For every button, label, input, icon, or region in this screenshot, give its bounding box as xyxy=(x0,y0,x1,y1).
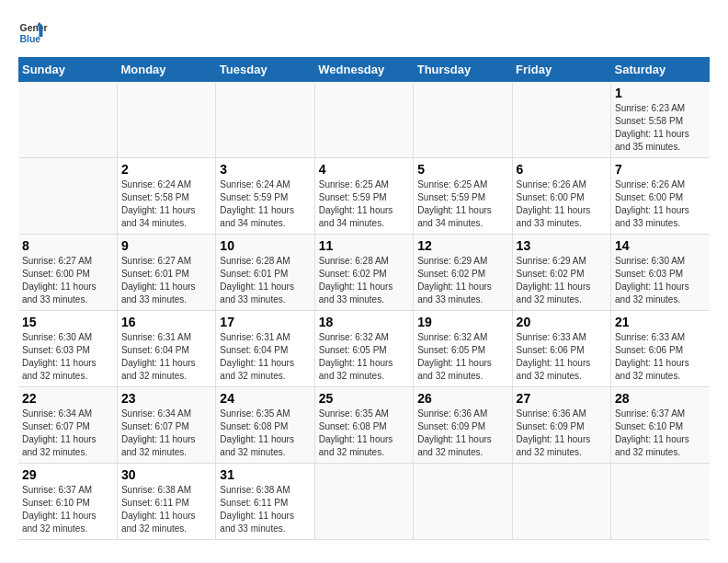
day-info: Sunrise: 6:37 AMSunset: 6:10 PMDaylight:… xyxy=(615,408,689,457)
svg-text:General: General xyxy=(20,23,48,33)
calendar-table: SundayMondayTuesdayWednesdayThursdayFrid… xyxy=(18,57,710,540)
calendar-day-13: 13Sunrise: 6:29 AMSunset: 6:02 PMDayligh… xyxy=(512,235,610,311)
svg-text:Blue: Blue xyxy=(20,34,41,44)
day-number: 16 xyxy=(121,315,211,329)
calendar-day-2: 2Sunrise: 6:24 AMSunset: 5:58 PMDaylight… xyxy=(117,158,215,235)
calendar-day-4: 4Sunrise: 6:25 AMSunset: 5:59 PMDaylight… xyxy=(314,158,413,235)
day-number: 12 xyxy=(417,238,507,253)
day-info: Sunrise: 6:25 AMSunset: 5:59 PMDaylight:… xyxy=(319,179,393,228)
day-info: Sunrise: 6:30 AMSunset: 6:03 PMDaylight:… xyxy=(22,332,97,381)
calendar-week-6: 29Sunrise: 6:37 AMSunset: 6:10 PMDayligh… xyxy=(18,464,710,540)
day-info: Sunrise: 6:28 AMSunset: 6:01 PMDaylight:… xyxy=(220,256,294,304)
calendar-week-1: 1Sunrise: 6:23 AMSunset: 5:58 PMDaylight… xyxy=(18,82,710,158)
day-number: 23 xyxy=(121,391,211,406)
col-header-sunday: Sunday xyxy=(18,57,117,82)
day-info: Sunrise: 6:27 AMSunset: 6:00 PMDaylight:… xyxy=(22,256,97,304)
calendar-day-21: 21Sunrise: 6:33 AMSunset: 6:06 PMDayligh… xyxy=(611,311,710,387)
calendar-day-11: 11Sunrise: 6:28 AMSunset: 6:02 PMDayligh… xyxy=(314,235,413,311)
day-number: 22 xyxy=(22,391,113,406)
empty-cell xyxy=(414,464,512,540)
day-number: 4 xyxy=(319,162,409,177)
calendar-day-1: 1Sunrise: 6:23 AMSunset: 5:58 PMDaylight… xyxy=(611,82,710,158)
day-info: Sunrise: 6:32 AMSunset: 6:05 PMDaylight:… xyxy=(417,332,492,381)
day-info: Sunrise: 6:35 AMSunset: 6:08 PMDaylight:… xyxy=(319,408,393,457)
calendar-day-15: 15Sunrise: 6:30 AMSunset: 6:03 PMDayligh… xyxy=(18,311,117,387)
day-info: Sunrise: 6:27 AMSunset: 6:01 PMDaylight:… xyxy=(121,256,196,304)
day-info: Sunrise: 6:26 AMSunset: 6:00 PMDaylight:… xyxy=(517,179,591,228)
calendar-day-25: 25Sunrise: 6:35 AMSunset: 6:08 PMDayligh… xyxy=(314,387,413,464)
col-header-saturday: Saturday xyxy=(611,57,710,82)
day-number: 5 xyxy=(417,162,507,177)
day-info: Sunrise: 6:31 AMSunset: 6:04 PMDaylight:… xyxy=(121,332,196,381)
day-info: Sunrise: 6:24 AMSunset: 5:58 PMDaylight:… xyxy=(121,179,196,228)
day-number: 10 xyxy=(220,238,310,253)
calendar-day-3: 3Sunrise: 6:24 AMSunset: 5:59 PMDaylight… xyxy=(216,158,314,235)
empty-cell xyxy=(18,158,117,235)
day-number: 28 xyxy=(615,391,706,406)
header-row: SundayMondayTuesdayWednesdayThursdayFrid… xyxy=(18,57,710,82)
day-number: 1 xyxy=(615,86,706,100)
calendar-day-27: 27Sunrise: 6:36 AMSunset: 6:09 PMDayligh… xyxy=(512,387,610,464)
day-number: 2 xyxy=(121,162,211,177)
calendar-day-10: 10Sunrise: 6:28 AMSunset: 6:01 PMDayligh… xyxy=(216,235,314,311)
calendar-day-30: 30Sunrise: 6:38 AMSunset: 6:11 PMDayligh… xyxy=(117,464,215,540)
day-number: 8 xyxy=(22,238,113,253)
day-number: 27 xyxy=(517,391,607,406)
calendar-day-7: 7Sunrise: 6:26 AMSunset: 6:00 PMDaylight… xyxy=(611,158,710,235)
day-number: 13 xyxy=(517,238,607,253)
logo-icon: General Blue xyxy=(18,18,48,48)
day-info: Sunrise: 6:29 AMSunset: 6:02 PMDaylight:… xyxy=(417,256,492,304)
calendar-day-14: 14Sunrise: 6:30 AMSunset: 6:03 PMDayligh… xyxy=(611,235,710,311)
day-number: 31 xyxy=(220,467,310,482)
calendar-day-19: 19Sunrise: 6:32 AMSunset: 6:05 PMDayligh… xyxy=(414,311,512,387)
calendar-week-2: 2Sunrise: 6:24 AMSunset: 5:58 PMDaylight… xyxy=(18,158,710,235)
day-info: Sunrise: 6:31 AMSunset: 6:04 PMDaylight:… xyxy=(220,332,294,381)
day-number: 30 xyxy=(121,467,211,482)
day-info: Sunrise: 6:38 AMSunset: 6:11 PMDaylight:… xyxy=(220,485,294,534)
col-header-tuesday: Tuesday xyxy=(216,57,314,82)
calendar-day-18: 18Sunrise: 6:32 AMSunset: 6:05 PMDayligh… xyxy=(314,311,413,387)
day-info: Sunrise: 6:23 AMSunset: 5:58 PMDaylight:… xyxy=(615,103,689,152)
col-header-friday: Friday xyxy=(512,57,610,82)
calendar-day-9: 9Sunrise: 6:27 AMSunset: 6:01 PMDaylight… xyxy=(117,235,215,311)
day-info: Sunrise: 6:30 AMSunset: 6:03 PMDaylight:… xyxy=(615,256,689,304)
calendar-week-4: 15Sunrise: 6:30 AMSunset: 6:03 PMDayligh… xyxy=(18,311,710,387)
day-number: 15 xyxy=(22,315,113,329)
empty-cell xyxy=(611,464,710,540)
col-header-monday: Monday xyxy=(117,57,215,82)
day-info: Sunrise: 6:28 AMSunset: 6:02 PMDaylight:… xyxy=(319,256,393,304)
empty-cell xyxy=(414,82,512,158)
calendar-day-26: 26Sunrise: 6:36 AMSunset: 6:09 PMDayligh… xyxy=(414,387,512,464)
day-number: 18 xyxy=(319,315,409,329)
calendar-week-5: 22Sunrise: 6:34 AMSunset: 6:07 PMDayligh… xyxy=(18,387,710,464)
calendar-day-6: 6Sunrise: 6:26 AMSunset: 6:00 PMDaylight… xyxy=(512,158,610,235)
calendar-day-17: 17Sunrise: 6:31 AMSunset: 6:04 PMDayligh… xyxy=(216,311,314,387)
day-info: Sunrise: 6:26 AMSunset: 6:00 PMDaylight:… xyxy=(615,179,689,228)
calendar-week-3: 8Sunrise: 6:27 AMSunset: 6:00 PMDaylight… xyxy=(18,235,710,311)
day-number: 29 xyxy=(22,467,113,482)
day-number: 3 xyxy=(220,162,310,177)
col-header-thursday: Thursday xyxy=(414,57,512,82)
col-header-wednesday: Wednesday xyxy=(314,57,413,82)
day-info: Sunrise: 6:33 AMSunset: 6:06 PMDaylight:… xyxy=(615,332,689,381)
day-number: 25 xyxy=(319,391,409,406)
day-number: 19 xyxy=(417,315,507,329)
day-number: 11 xyxy=(319,238,409,253)
day-number: 26 xyxy=(417,391,507,406)
calendar-day-12: 12Sunrise: 6:29 AMSunset: 6:02 PMDayligh… xyxy=(414,235,512,311)
calendar-day-31: 31Sunrise: 6:38 AMSunset: 6:11 PMDayligh… xyxy=(216,464,314,540)
logo: General Blue xyxy=(18,18,48,48)
calendar-day-22: 22Sunrise: 6:34 AMSunset: 6:07 PMDayligh… xyxy=(18,387,117,464)
empty-cell xyxy=(216,82,314,158)
header: General Blue xyxy=(18,18,710,48)
empty-cell xyxy=(117,82,215,158)
day-number: 20 xyxy=(517,315,607,329)
day-info: Sunrise: 6:24 AMSunset: 5:59 PMDaylight:… xyxy=(220,179,294,228)
day-number: 7 xyxy=(615,162,706,177)
empty-cell xyxy=(314,82,413,158)
day-info: Sunrise: 6:34 AMSunset: 6:07 PMDaylight:… xyxy=(22,408,97,457)
calendar-day-16: 16Sunrise: 6:31 AMSunset: 6:04 PMDayligh… xyxy=(117,311,215,387)
day-info: Sunrise: 6:35 AMSunset: 6:08 PMDaylight:… xyxy=(220,408,294,457)
calendar-day-28: 28Sunrise: 6:37 AMSunset: 6:10 PMDayligh… xyxy=(611,387,710,464)
day-number: 17 xyxy=(220,315,310,329)
